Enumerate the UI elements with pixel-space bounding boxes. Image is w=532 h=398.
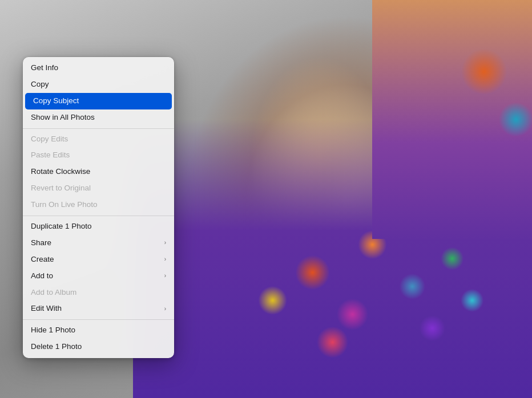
menu-item-edit-with[interactable]: Edit With› (23, 300, 174, 317)
menu-item-label: Copy Edits (31, 134, 166, 145)
menu-item-duplicate-photo[interactable]: Duplicate 1 Photo (23, 218, 174, 235)
menu-separator (23, 319, 174, 320)
menu-item-label: Delete 1 Photo (31, 342, 166, 352)
submenu-arrow-icon: › (164, 255, 166, 263)
menu-item-label: Add to (31, 271, 164, 282)
submenu-arrow-icon: › (164, 272, 166, 280)
menu-item-label: Get Info (31, 63, 166, 74)
menu-item-paste-edits: Paste Edits (23, 147, 174, 164)
menu-item-label: Duplicate 1 Photo (31, 221, 166, 232)
menu-item-revert-to-original: Revert to Original (23, 180, 174, 197)
menu-item-label: Copy (31, 79, 166, 90)
menu-item-delete-photo[interactable]: Delete 1 Photo (23, 339, 174, 355)
menu-item-copy[interactable]: Copy (23, 76, 174, 93)
menu-item-share[interactable]: Share› (23, 235, 174, 251)
menu-separator (23, 216, 174, 216)
menu-item-label: Hide 1 Photo (31, 325, 166, 336)
menu-item-label: Add to Album (31, 287, 166, 298)
menu-item-add-to-album: Add to Album (23, 285, 174, 301)
menu-item-copy-edits: Copy Edits (23, 131, 174, 148)
submenu-arrow-icon: › (164, 239, 166, 247)
menu-item-add-to[interactable]: Add to› (23, 268, 174, 285)
menu-item-label: Rotate Clockwise (31, 166, 166, 177)
menu-item-label: Turn On Live Photo (31, 200, 166, 210)
menu-item-label: Show in All Photos (31, 112, 166, 123)
menu-item-turn-on-live-photo: Turn On Live Photo (23, 197, 174, 213)
menu-item-create[interactable]: Create› (23, 251, 174, 268)
menu-item-rotate-clockwise[interactable]: Rotate Clockwise (23, 164, 174, 180)
menu-item-show-in-all-photos[interactable]: Show in All Photos (23, 109, 174, 126)
menu-item-get-info[interactable]: Get Info (23, 60, 174, 76)
menu-separator (23, 128, 174, 129)
menu-item-label: Copy Subject (33, 96, 164, 107)
menu-item-copy-subject[interactable]: Copy Subject (25, 93, 172, 109)
context-menu: Get InfoCopyCopy SubjectShow in All Phot… (23, 57, 174, 358)
menu-item-label: Revert to Original (31, 183, 166, 194)
menu-item-hide-photo[interactable]: Hide 1 Photo (23, 322, 174, 339)
submenu-arrow-icon: › (164, 305, 166, 313)
menu-item-label: Paste Edits (31, 150, 166, 161)
menu-item-label: Edit With (31, 303, 164, 314)
menu-item-label: Share (31, 238, 164, 249)
menu-item-label: Create (31, 254, 164, 265)
